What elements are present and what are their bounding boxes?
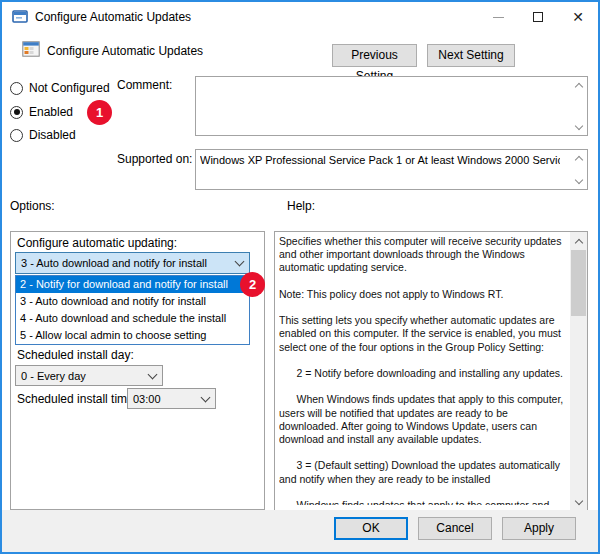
step-badge-1: 1 <box>87 100 112 125</box>
scroll-up-icon[interactable] <box>570 232 587 249</box>
radio-disabled[interactable]: Disabled <box>10 128 76 142</box>
window-title: Configure Automatic Updates <box>35 10 191 24</box>
radio-label: Disabled <box>29 128 76 142</box>
radio-label: Enabled <box>29 105 73 119</box>
maximize-icon <box>533 12 543 22</box>
radio-circle-selected[interactable] <box>10 106 23 119</box>
step-badge-2: 2 <box>240 272 265 297</box>
setting-name: Configure Automatic Updates <box>47 44 203 58</box>
scheduled-day-label: Scheduled install day: <box>17 348 134 362</box>
comment-scroll-up-icon[interactable] <box>576 81 584 89</box>
radio-circle[interactable] <box>10 129 23 142</box>
dialog-footer: OK Cancel Apply <box>2 510 598 552</box>
help-scrollbar[interactable] <box>570 232 587 510</box>
policy-setting-icon <box>22 41 40 57</box>
auto-updating-label: Configure automatic updating: <box>17 236 177 250</box>
supported-scroll-down-icon[interactable] <box>576 177 584 185</box>
supported-on-label: Supported on: <box>117 152 192 166</box>
policy-setting-dialog: Configure Automatic Updates ✕ Configure … <box>0 0 600 554</box>
auto-updating-dropdown: 2 - Notify for download and notify for i… <box>15 275 250 345</box>
app-window-icon <box>12 9 28 25</box>
scheduled-time-label: Scheduled install time: <box>17 392 137 406</box>
scroll-down-icon[interactable] <box>570 493 587 510</box>
dropdown-option-4[interactable]: 4 - Auto download and schedule the insta… <box>16 310 249 327</box>
ok-button[interactable]: OK <box>334 517 408 540</box>
close-icon: ✕ <box>572 10 584 24</box>
combo-value: 03:00 <box>133 393 161 405</box>
previous-setting-button[interactable]: Previous Setting <box>332 44 417 67</box>
combo-value: 0 - Every day <box>21 370 86 382</box>
scheduled-time-combo[interactable]: 03:00 <box>127 388 216 409</box>
chevron-down-icon <box>148 369 158 379</box>
scrollbar-thumb[interactable] <box>571 250 586 316</box>
help-section-label: Help: <box>287 199 315 213</box>
radio-enabled[interactable]: Enabled <box>10 105 73 119</box>
cancel-button[interactable]: Cancel <box>418 517 492 540</box>
chevron-down-icon <box>235 257 245 267</box>
supported-on-value: Windows XP Professional Service Pack 1 o… <box>200 154 560 166</box>
dropdown-option-3[interactable]: 3 - Auto download and notify for install <box>16 293 249 310</box>
help-text: Specifies whether this computer will rec… <box>279 235 567 505</box>
help-panel: Specifies whether this computer will rec… <box>274 231 588 511</box>
radio-circle[interactable] <box>10 82 23 95</box>
options-section-label: Options: <box>10 199 55 213</box>
apply-button[interactable]: Apply <box>502 517 576 540</box>
options-panel: Configure automatic updating: 3 - Auto d… <box>10 231 265 510</box>
minimize-button[interactable] <box>478 2 518 32</box>
combo-value: 3 - Auto download and notify for install <box>21 257 207 269</box>
supported-scroll-up-icon[interactable] <box>576 154 584 162</box>
minimize-icon <box>493 17 504 18</box>
scheduled-day-combo[interactable]: 0 - Every day <box>15 365 163 386</box>
comment-scroll-down-icon[interactable] <box>576 123 584 131</box>
dropdown-option-5[interactable]: 5 - Allow local admin to choose setting <box>16 327 249 344</box>
next-setting-button[interactable]: Next Setting <box>427 44 515 67</box>
comment-label: Comment: <box>117 78 172 92</box>
radio-label: Not Configured <box>29 81 110 95</box>
close-button[interactable]: ✕ <box>558 2 598 32</box>
comment-input[interactable] <box>195 76 588 136</box>
dropdown-option-2[interactable]: 2 - Notify for download and notify for i… <box>16 276 249 293</box>
auto-updating-combo[interactable]: 3 - Auto download and notify for install <box>15 252 250 274</box>
maximize-button[interactable] <box>518 2 558 32</box>
title-bar[interactable]: Configure Automatic Updates ✕ <box>2 2 598 32</box>
supported-on-box[interactable]: Windows XP Professional Service Pack 1 o… <box>195 149 588 190</box>
radio-not-configured[interactable]: Not Configured <box>10 81 110 95</box>
chevron-down-icon <box>201 392 211 402</box>
